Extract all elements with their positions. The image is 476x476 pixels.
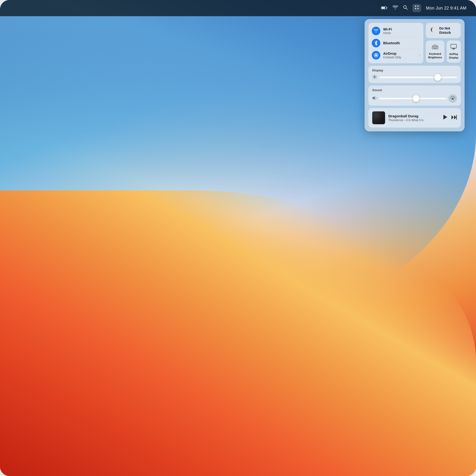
album-art [372,111,385,124]
display-label: Display [372,68,457,72]
keyboard-brightness-label: Keyboard Brightness [428,52,442,59]
wifi-toggle-icon[interactable] [372,27,380,35]
svg-rect-15 [433,48,437,49]
svg-point-7 [415,8,416,9]
wifi-sub: Home [383,32,420,35]
bluetooth-item[interactable]: Bluetooth [372,37,420,49]
svg-line-18 [436,45,437,45]
playback-controls [443,114,457,121]
volume-thumb[interactable] [413,95,419,102]
svg-line-26 [376,78,376,79]
svg-point-9 [375,54,377,56]
bluetooth-name: Bluetooth [383,41,420,45]
brightness-track[interactable] [379,77,457,78]
svg-rect-1 [387,7,388,9]
svg-point-5 [415,6,416,7]
airdrop-item[interactable]: AirDrop Contacts Only › [372,50,420,61]
keyboard-brightness-button[interactable]: Keyboard Brightness [426,40,444,63]
svg-rect-11 [432,46,438,49]
song-artist: Thundercat – It Is What It Is [389,119,439,122]
brightness-icon [372,74,377,80]
menubar-right: Mon Jun 22 9:41 AM [381,4,466,12]
control-center-icon[interactable] [412,4,421,12]
network-left: Wi-Fi Home Bluetooth [368,23,424,63]
brightness-thumb[interactable] [434,74,441,81]
svg-rect-14 [436,47,437,47]
display-section: Display [368,66,461,83]
airplay-display-icon [450,44,457,51]
network-right: Do Not Disturb [426,23,461,63]
song-title: Dragonball Durag [389,114,439,118]
now-playing-section: Dragonball Durag Thundercat – It Is What… [368,108,461,128]
network-section: Wi-Fi Home Bluetooth [368,23,461,63]
svg-line-25 [373,75,374,76]
svg-line-27 [376,75,376,76]
svg-rect-12 [433,47,434,47]
svg-rect-13 [435,47,436,47]
volume-track[interactable] [379,98,446,99]
quick-btns-row: Keyboard Brightness AirPlay Display [426,40,461,63]
svg-line-4 [406,8,408,10]
airdrop-sub: Contacts Only [383,56,416,59]
svg-rect-2 [382,7,385,9]
menubar: Mon Jun 22 9:41 AM [0,0,476,16]
do-not-disturb-button[interactable]: Do Not Disturb [426,23,461,38]
album-art-image [372,111,385,124]
airdrop-toggle-icon[interactable] [372,51,380,60]
keyboard-brightness-icon [432,44,438,51]
menubar-datetime: Mon Jun 22 9:41 AM [426,6,466,11]
airplay-display-label: AirPlay Display [449,52,459,59]
search-icon[interactable] [403,5,408,11]
volume-slider-row [372,94,457,103]
brightness-slider-row [372,74,457,80]
bluetooth-text: Bluetooth [383,41,420,45]
wifi-text: Wi-Fi Home [383,27,420,35]
sound-label: Sound [372,88,457,92]
sound-airplay-button[interactable] [448,94,457,103]
bluetooth-toggle-icon[interactable] [372,39,380,47]
do-not-disturb-label: Do Not Disturb [439,26,457,35]
svg-point-20 [374,76,375,78]
airdrop-chevron: › [419,53,420,57]
wifi-item[interactable]: Wi-Fi Home [372,25,420,37]
play-button[interactable] [443,114,448,121]
wifi-name: Wi-Fi [383,27,420,32]
airplay-display-button[interactable]: AirPlay Display [447,40,461,63]
do-not-disturb-icon [430,26,436,35]
airdrop-text: AirDrop Contacts Only [383,51,416,59]
battery-icon [381,5,388,11]
svg-line-28 [373,78,374,79]
svg-point-6 [417,6,419,7]
airdrop-name: AirDrop [383,51,416,56]
skip-forward-button[interactable] [451,115,457,121]
mac-frame: Mon Jun 22 9:41 AM [0,0,476,476]
wifi-icon[interactable] [392,5,398,11]
svg-rect-19 [451,44,457,48]
volume-icon [372,96,377,101]
svg-point-8 [417,8,419,9]
control-center-panel: Wi-Fi Home Bluetooth [365,19,465,131]
svg-line-17 [434,45,434,45]
sound-section: Sound [368,85,461,106]
now-playing-text: Dragonball Durag Thundercat – It Is What… [389,114,439,122]
